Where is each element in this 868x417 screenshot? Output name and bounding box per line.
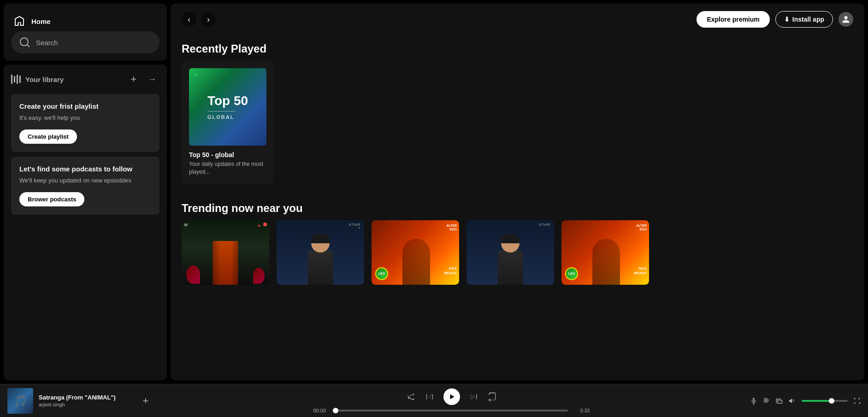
shuffle-button[interactable] [407,392,416,401]
topbar: ‹ › Explore premium ⬇ Install app [171,4,864,35]
library-header-left[interactable]: Your library [11,75,64,84]
recently-played-title: Recently Played [171,35,864,61]
explore-premium-button[interactable]: Explore premium [697,11,769,28]
total-time: 3:33 [573,408,590,413]
previous-button[interactable] [425,392,434,401]
topbar-right-actions: Explore premium ⬇ Install app [697,11,853,28]
trending-card-3-image: LEO ALTEREGO NAAREADY [372,220,459,285]
sidebar: Home Search [0,0,171,384]
now-playing-title: Satranga (From "ANIMAL") [39,394,131,401]
progress-dot [333,408,338,413]
back-button[interactable]: ‹ [182,12,196,27]
top50-description: Your daily updates of the most played... [189,160,266,176]
main-content: ‹ › Explore premium ⬇ Install app [171,4,864,380]
sidebar-top-nav: Home Search [4,4,167,61]
repeat-button[interactable] [488,392,497,401]
library-label: Your library [25,76,64,83]
install-app-button[interactable]: ⬇ Install app [775,11,833,28]
progress-bar-container: 00:00 3:33 [313,408,590,413]
now-playing-artist: arjeet singh [39,402,131,407]
queue-button[interactable] [763,397,770,405]
sidebar-item-home[interactable]: Home [11,11,159,31]
top50-dot [194,73,197,76]
create-playlist-subtitle: It's easy, we'll help you [19,114,151,122]
trending-section: Trending now near you W [171,194,864,296]
play-pause-button[interactable] [443,388,460,405]
current-time: 00:00 [313,408,331,413]
top50-card-title: Top 50 GLOBAL [207,94,248,120]
trending-card-4[interactable]: STAR [466,220,554,285]
search-label: Search [36,39,58,47]
library-actions: + → [126,72,159,87]
trending-grid: W [171,220,864,296]
browse-podcasts-button[interactable]: Brower podcasts [19,192,84,206]
volume-button[interactable] [789,397,796,405]
trending-card-2-image: STAR ★ [277,220,364,285]
add-to-library-button[interactable]: + [138,394,153,408]
back-icon: ‹ [188,15,190,24]
volume-bar[interactable] [802,400,848,402]
fullscreen-button[interactable] [853,397,861,405]
home-icon [14,16,25,27]
now-playing-bar: 🎵 Satranga (From "ANIMAL") arjeet singh … [0,384,868,417]
library-icon [11,75,21,84]
trending-title: Trending now near you [171,194,864,220]
devices-button[interactable] [776,397,783,405]
top50-divider [207,111,235,112]
install-app-label: Install app [792,16,824,23]
search-box[interactable]: Search [11,31,159,53]
player-controls: 00:00 3:33 [160,388,743,413]
forward-button[interactable]: › [201,12,216,27]
podcasts-subtitle: We'll keep you updated on new epsioddes [19,176,151,185]
user-avatar[interactable] [838,12,853,27]
now-playing-info: Satranga (From "ANIMAL") arjeet singh [39,394,131,407]
podcasts-card: Let's find some podcasts to follow We'll… [11,157,159,215]
next-button[interactable] [469,392,478,401]
right-controls [750,397,861,405]
search-icon [19,37,30,48]
top50-card-image: Top 50 GLOBAL [189,68,266,146]
trending-card-5-image: LEO ALTEREGO NAAREADY [561,220,649,285]
add-library-button[interactable]: + [126,72,141,87]
top50-title-label: Top 50 - global [189,151,266,159]
progress-bar[interactable] [336,410,568,411]
create-playlist-button[interactable]: Create playlist [19,129,77,144]
podcasts-title: Let's find some podcasts to follow [19,165,151,173]
trending-card-3[interactable]: LEO ALTEREGO NAAREADY [372,220,459,285]
top50-playlist-card[interactable]: Top 50 GLOBAL Top 50 - global Your daily… [182,61,274,183]
volume-dot [829,398,834,404]
recently-played-grid: Top 50 GLOBAL Top 50 - global Your daily… [171,61,864,194]
forward-icon: › [207,15,210,24]
recently-played-section: Recently Played Top 50 GLOBAL [171,35,864,194]
trending-card-5[interactable]: LEO ALTEREGO NAAREADY [561,220,649,285]
home-label: Home [31,18,51,25]
player-buttons [407,388,497,405]
library-section: Your library + → Create your frist playl… [4,65,167,380]
trending-card-2[interactable]: STAR ★ [277,220,364,285]
now-playing-thumbnail: 🎵 [7,388,33,414]
volume-fill [802,400,832,402]
mic-button[interactable] [750,397,757,405]
create-playlist-title: Create your frist playlist [19,102,151,110]
topbar-nav-buttons: ‹ › [182,12,216,27]
trending-card-1-image: W [182,220,269,285]
trending-card-4-image: STAR [466,220,554,285]
expand-library-button[interactable]: → [145,72,159,87]
install-icon: ⬇ [784,16,790,23]
create-playlist-card: Create your frist playlist It's easy, we… [11,94,159,152]
library-header: Your library + → [11,72,159,87]
trending-card-1[interactable]: W [182,220,269,285]
